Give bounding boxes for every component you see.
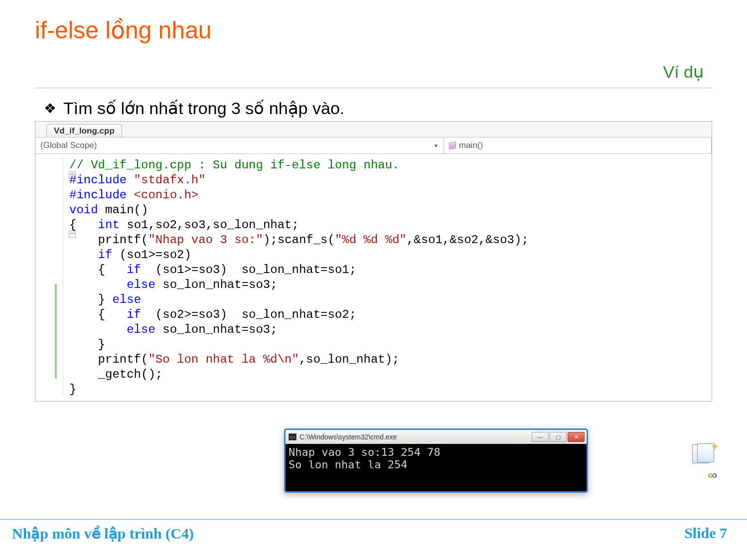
console-window: C:\ C:\Windows\system32\cmd.exe — ▢ ✕ Nh… [284,428,588,493]
corner-icons: ✦ ∞ [690,443,717,483]
console-output: Nhap vao 3 so:13 254 78 So lon nhat la 2… [286,444,587,491]
divider [35,88,712,88]
scope-left-label: (Global Scope) [40,140,97,150]
console-titlebar[interactable]: C:\ C:\Windows\system32\cmd.exe — ▢ ✕ [286,430,587,444]
scope-dropdown-right[interactable]: main() [444,138,712,153]
code-lines: // Vd_if_long.cpp : Su dung if-else long… [63,158,529,397]
bullet-text: Tìm số lớn nhất trong 3 số nhập vào. [63,98,344,118]
close-button[interactable]: ✕ [568,432,585,442]
fold-gutter[interactable]: − − [35,158,63,397]
scope-right-label: main() [459,140,483,150]
footer-left: Nhập môn về lập trình (C4) [12,525,194,542]
scope-bar: (Global Scope) ▼ main() [35,138,712,154]
cmd-icon: C:\ [289,433,297,440]
footer-right: Slide 7 [684,525,727,542]
change-marker [55,284,57,379]
console-title: C:\Windows\system32\cmd.exe [299,433,397,441]
slide-subtitle: Ví dụ [35,62,704,82]
code-editor[interactable]: − − // Vd_if_long.cpp : Su dung if-else … [35,154,712,401]
minimize-button[interactable]: — [532,432,549,442]
slide-title: if-else lồng nhau [35,16,712,44]
ide-window: Vd_if_long.cpp (Global Scope) ▼ main() −… [35,121,712,402]
maximize-button[interactable]: ▢ [550,432,567,442]
new-class-icon[interactable]: ✦ [690,443,717,464]
bullet-item: ❖ Tìm số lớn nhất trong 3 số nhập vào. [44,98,712,118]
slide-footer: Nhập môn về lập trình (C4) Slide 7 [0,519,747,542]
tab-bar: Vd_if_long.cpp [35,122,712,138]
bullet-icon: ❖ [44,100,56,117]
visual-studio-icon: ∞ [708,467,717,483]
scope-dropdown-left[interactable]: (Global Scope) ▼ [35,138,444,153]
file-tab[interactable]: Vd_if_long.cpp [46,124,122,137]
method-icon [449,141,456,149]
chevron-down-icon: ▼ [434,143,439,148]
